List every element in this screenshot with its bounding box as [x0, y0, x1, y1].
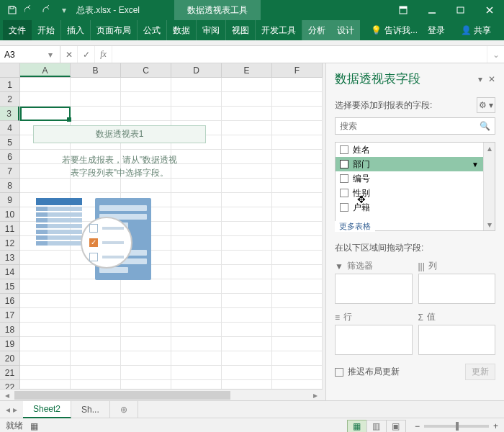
row-header[interactable]: 3: [0, 107, 19, 121]
field-item-selected[interactable]: 部门▼: [336, 157, 495, 171]
scroll-thumb[interactable]: [14, 391, 230, 400]
select-all-corner[interactable]: [0, 63, 20, 77]
checkbox-icon[interactable]: [340, 160, 348, 168]
columns-zone[interactable]: |||列: [418, 260, 496, 304]
page-layout-view-icon[interactable]: ▥: [366, 420, 387, 433]
tab-analyze[interactable]: 分析: [302, 20, 331, 40]
redo-icon[interactable]: [39, 2, 55, 18]
field-item[interactable]: 姓名: [336, 143, 495, 157]
horizontal-scrollbar[interactable]: ◂▸: [0, 389, 323, 400]
row-header[interactable]: 1: [0, 78, 19, 92]
scroll-right-icon[interactable]: ▸: [310, 390, 321, 400]
col-header[interactable]: C: [121, 63, 171, 77]
filter-zone[interactable]: ▼筛选器: [335, 260, 413, 304]
zoom-out-icon[interactable]: −: [415, 421, 420, 431]
scroll-left-icon[interactable]: ◂: [1, 390, 13, 400]
expand-formula-bar-icon[interactable]: ⌄: [487, 46, 504, 63]
checkbox-icon[interactable]: [340, 174, 348, 183]
page-break-view-icon[interactable]: ▣: [386, 420, 406, 433]
row-header[interactable]: 10: [0, 207, 19, 222]
field-item[interactable]: 性别: [336, 186, 495, 200]
macro-record-icon[interactable]: ▦: [30, 421, 38, 431]
cancel-formula-icon[interactable]: ✕: [60, 46, 78, 63]
field-search[interactable]: 🔍: [335, 117, 495, 135]
row-header[interactable]: 17: [0, 308, 19, 323]
tab-view[interactable]: 视图: [226, 20, 256, 40]
add-sheet-icon[interactable]: ⊕: [110, 401, 138, 418]
row-header[interactable]: 5: [0, 135, 19, 150]
row-header[interactable]: 15: [0, 279, 19, 294]
tab-developer[interactable]: 开发工具: [256, 20, 302, 40]
tab-file[interactable]: 文件: [3, 20, 32, 40]
row-header[interactable]: 12: [0, 236, 19, 251]
col-header[interactable]: A: [20, 63, 71, 77]
tab-data[interactable]: 数据: [167, 20, 197, 40]
chevron-down-icon[interactable]: ▾: [48, 50, 55, 60]
tab-nav-next-icon[interactable]: ▸: [13, 405, 17, 415]
tell-me[interactable]: 💡告诉我...: [371, 24, 418, 37]
update-button[interactable]: 更新: [465, 364, 495, 380]
col-header[interactable]: E: [222, 63, 272, 77]
row-header[interactable]: 21: [0, 366, 19, 380]
row-header[interactable]: 18: [0, 323, 19, 337]
row-header[interactable]: 19: [0, 337, 19, 351]
row-header[interactable]: 7: [0, 164, 19, 179]
ribbon-display-icon[interactable]: [389, 0, 418, 20]
col-header[interactable]: D: [171, 63, 222, 77]
values-zone[interactable]: Σ值: [418, 311, 496, 355]
field-item[interactable]: 户籍: [336, 200, 495, 215]
field-dropdown-icon[interactable]: ▼: [472, 161, 479, 168]
zoom-in-icon[interactable]: +: [493, 421, 498, 431]
row-header[interactable]: 9: [0, 193, 19, 207]
tab-design[interactable]: 设计: [331, 20, 360, 40]
col-header[interactable]: F: [272, 63, 323, 77]
name-box[interactable]: A3▾: [0, 46, 60, 63]
row-header[interactable]: 13: [0, 251, 19, 265]
row-header[interactable]: 4: [0, 121, 19, 135]
defer-checkbox[interactable]: [335, 368, 343, 377]
close-icon[interactable]: [475, 0, 504, 20]
accept-formula-icon[interactable]: ✓: [78, 46, 95, 63]
checkbox-icon[interactable]: [340, 189, 348, 197]
normal-view-icon[interactable]: ▦: [347, 420, 367, 433]
login-link[interactable]: 登录: [422, 20, 451, 40]
minimize-icon[interactable]: [418, 0, 446, 20]
row-header[interactable]: 6: [0, 150, 19, 164]
zoom-slider[interactable]: [424, 425, 489, 428]
col-header[interactable]: B: [71, 63, 121, 77]
pane-close-icon[interactable]: ✕: [488, 74, 495, 84]
field-scrollbar[interactable]: ▴▾: [483, 143, 495, 230]
cell-grid[interactable]: 数据透视表1 若要生成报表，请从"数据透视 表字段列表"中选择字段。: [20, 78, 323, 389]
checkbox-icon[interactable]: [340, 145, 348, 154]
search-input[interactable]: [340, 121, 480, 131]
tab-nav-prev-icon[interactable]: ◂: [6, 405, 10, 415]
more-tables-link[interactable]: 更多表格: [335, 221, 375, 232]
row-header[interactable]: 14: [0, 265, 19, 279]
sheet-tab-active[interactable]: Sheet2: [23, 401, 71, 418]
field-item[interactable]: 编号: [336, 171, 495, 186]
gear-icon[interactable]: ⚙ ▾: [477, 97, 495, 113]
checkbox-icon[interactable]: [340, 203, 348, 212]
row-header[interactable]: 20: [0, 351, 19, 366]
tab-formulas[interactable]: 公式: [138, 20, 167, 40]
row-header[interactable]: 11: [0, 222, 19, 236]
tab-insert[interactable]: 插入: [61, 20, 91, 40]
qat-customize-icon[interactable]: ▾: [56, 2, 72, 18]
tab-review[interactable]: 审阅: [197, 20, 226, 40]
row-header[interactable]: 16: [0, 294, 19, 308]
rows-zone[interactable]: ≡行: [335, 311, 413, 355]
tab-pagelayout[interactable]: 页面布局: [91, 20, 138, 40]
row-header[interactable]: 8: [0, 179, 19, 193]
row-header[interactable]: 2: [0, 92, 19, 107]
fx-icon[interactable]: fx: [95, 46, 112, 63]
share-button[interactable]: 👤共享: [455, 20, 497, 40]
row-header[interactable]: 22: [0, 380, 19, 389]
pane-menu-icon[interactable]: ▾: [478, 74, 482, 84]
save-icon[interactable]: [4, 2, 20, 18]
scroll-down-icon[interactable]: ▾: [484, 219, 495, 230]
scroll-up-icon[interactable]: ▴: [484, 143, 495, 154]
active-cell[interactable]: [20, 107, 71, 121]
sheet-tab[interactable]: Sh ...: [71, 401, 110, 418]
tab-home[interactable]: 开始: [32, 20, 61, 40]
undo-icon[interactable]: [22, 2, 37, 18]
